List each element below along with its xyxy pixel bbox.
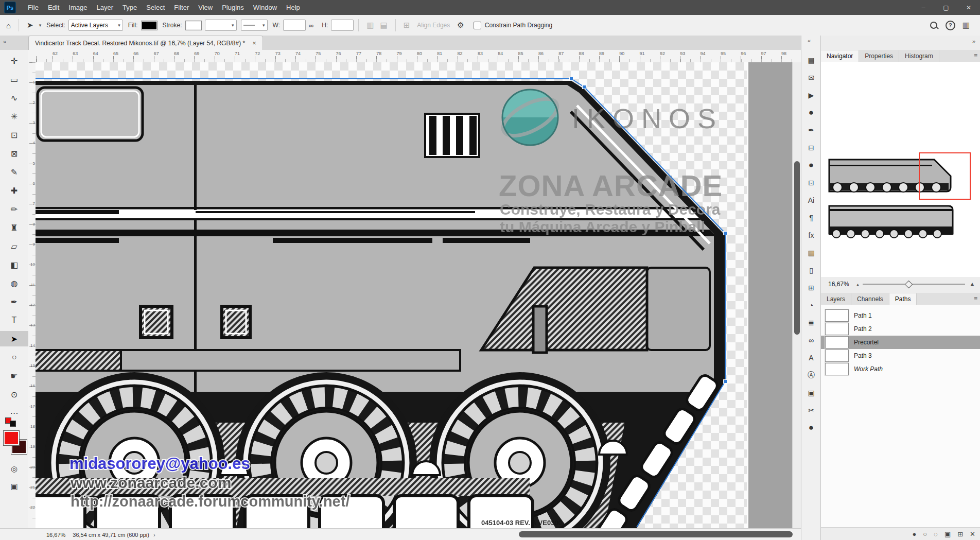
tab-channels[interactable]: Channels xyxy=(851,293,889,305)
path-row[interactable]: Path 1 xyxy=(821,309,980,322)
path-anchor[interactable] xyxy=(724,380,727,384)
collapse-panels-icon[interactable]: » xyxy=(972,38,975,44)
collapsed-paragraph[interactable]: ¶ xyxy=(801,211,821,225)
magic-wand-tool[interactable]: ✳ xyxy=(0,109,28,124)
path-anchor[interactable] xyxy=(583,85,586,89)
zoom-tool[interactable]: ⊙ xyxy=(0,387,28,402)
default-colors-icon[interactable] xyxy=(5,417,18,427)
constrain-path-dragging-checkbox[interactable] xyxy=(474,22,481,29)
clone-stamp-tool[interactable]: ♜ xyxy=(0,220,28,235)
horizontal-scrollbar-thumb[interactable] xyxy=(519,531,793,537)
panel-menu-icon[interactable]: ≡ xyxy=(974,52,977,59)
path-row[interactable]: Precortel xyxy=(821,336,980,349)
collapsed-properties[interactable]: ▣ xyxy=(801,386,821,400)
collapsed-glyphs[interactable]: Ⓐ xyxy=(801,368,821,382)
move-tool[interactable]: ✛ xyxy=(0,53,28,68)
tab-paths[interactable]: Paths xyxy=(889,293,917,305)
menu-edit[interactable]: Edit xyxy=(43,2,64,13)
zoom-in-icon[interactable]: ▲ xyxy=(969,281,975,288)
navigator-preview[interactable] xyxy=(827,152,973,249)
close-button[interactable]: ✕ xyxy=(957,0,980,15)
zoom-value-field[interactable]: 16,67% xyxy=(828,281,855,288)
collapsed-adjustments[interactable]: Ai xyxy=(801,193,821,207)
type-tool[interactable]: T xyxy=(0,312,28,328)
collapsed-patterns[interactable]: ▦ xyxy=(801,246,821,260)
arrange-icon[interactable]: ⊞ xyxy=(404,21,410,30)
collapsed-tool-presets[interactable]: ✒ xyxy=(801,123,821,137)
menu-view[interactable]: View xyxy=(194,2,217,13)
current-tool-icon[interactable]: ➤ xyxy=(27,21,33,30)
help-icon[interactable]: ? xyxy=(946,21,955,30)
brush-tool[interactable]: ✏ xyxy=(0,201,28,217)
collapsed-color[interactable]: ● xyxy=(801,158,821,172)
marquee-tool[interactable]: ▭ xyxy=(0,72,28,87)
document-tab[interactable]: Vindicartor Track Decal. Restored Mikono… xyxy=(28,36,263,50)
lasso-tool[interactable]: ∿ xyxy=(0,90,28,106)
status-chevron-icon[interactable]: › xyxy=(153,532,155,538)
menu-window[interactable]: Window xyxy=(249,2,282,13)
screen-mode-icon[interactable]: ▣ xyxy=(0,479,28,494)
eyedropper-tool[interactable]: ✎ xyxy=(0,164,28,180)
collapsed-styles[interactable]: fx xyxy=(801,228,821,242)
stroke-path-icon[interactable]: ○ xyxy=(923,530,927,538)
vertical-scrollbar-thumb[interactable] xyxy=(794,161,800,335)
tab-properties[interactable]: Properties xyxy=(859,50,899,62)
zoom-slider[interactable] xyxy=(863,281,965,288)
collapsed-brush-settings[interactable]: ▤ xyxy=(801,53,821,67)
collapsed-gradients[interactable]: ▯ xyxy=(801,263,821,277)
collapsed-measurement-log[interactable]: ⊟ xyxy=(801,141,821,155)
path-row[interactable]: Path 2 xyxy=(821,322,980,336)
menu-type[interactable]: Type xyxy=(118,2,142,13)
maximize-button[interactable]: ▢ xyxy=(935,0,957,15)
shape-tool[interactable]: ○ xyxy=(0,350,28,365)
tab-layers[interactable]: Layers xyxy=(821,293,851,305)
crop-tool[interactable]: ⊡ xyxy=(0,127,28,143)
collapsed-layer-comps[interactable]: ≣ xyxy=(801,316,821,330)
menu-plugins[interactable]: Plugins xyxy=(217,2,249,13)
blur-tool[interactable]: ◍ xyxy=(0,275,28,291)
collapsed-swatches[interactable]: ⊞ xyxy=(801,281,821,295)
home-icon[interactable]: ⌂ xyxy=(6,21,11,30)
status-zoom-field[interactable]: 16,67% xyxy=(46,532,65,538)
menu-filter[interactable]: Filter xyxy=(169,2,194,13)
collapsed-history[interactable]: ◔ xyxy=(801,298,821,312)
collapsed-info[interactable]: ● xyxy=(801,421,821,435)
fill-swatch[interactable] xyxy=(141,21,157,30)
collapsed-linked-assets[interactable]: ∞ xyxy=(801,333,821,347)
menu-select[interactable]: Select xyxy=(142,2,169,13)
collapsed-character[interactable]: A xyxy=(801,351,821,365)
zoom-out-icon[interactable]: ▲ xyxy=(856,283,860,286)
load-selection-icon[interactable]: ◌ xyxy=(934,530,938,538)
tab-navigator[interactable]: Navigator xyxy=(821,50,859,62)
chevron-down-icon[interactable]: ▾ xyxy=(39,23,42,28)
hand-tool[interactable]: ☛ xyxy=(0,368,28,384)
menu-image[interactable]: Image xyxy=(64,2,92,13)
add-mask-icon[interactable]: ▣ xyxy=(944,530,951,538)
collapsed-actions[interactable]: ▶ xyxy=(801,88,821,102)
delete-path-icon[interactable]: ✕ xyxy=(970,530,975,538)
path-anchor[interactable] xyxy=(570,77,573,81)
vertical-ruler[interactable]: 12345678910111213141516171819202122 xyxy=(28,62,36,528)
navigator-view-box[interactable] xyxy=(919,152,971,200)
healing-brush-tool[interactable]: ✚ xyxy=(0,183,28,198)
distribute-icon[interactable]: ▤ xyxy=(380,21,387,30)
stroke-width-field[interactable]: ▾ xyxy=(205,20,237,31)
path-row[interactable]: Work Path xyxy=(821,362,980,376)
zoom-slider-thumb[interactable] xyxy=(904,281,913,289)
width-field[interactable] xyxy=(283,20,306,31)
vertical-scrollbar[interactable] xyxy=(792,62,801,528)
fill-path-icon[interactable]: ● xyxy=(912,530,916,538)
search-icon[interactable] xyxy=(930,22,937,29)
link-dimensions-icon[interactable]: ∞ xyxy=(309,22,313,29)
panel-menu-icon[interactable]: ≡ xyxy=(974,295,977,302)
stroke-type-dropdown[interactable]: ▾ xyxy=(241,20,268,31)
quick-mask-icon[interactable]: ◎ xyxy=(0,462,28,476)
menu-layer[interactable]: Layer xyxy=(92,2,118,13)
collapsed-comments[interactable]: ✉ xyxy=(801,71,821,85)
canvas[interactable]: IKONOS ZONA ARCADE Construye, Restaura y… xyxy=(36,62,792,528)
pen-tool[interactable]: ✒ xyxy=(0,294,28,309)
align-icon[interactable]: ▥ xyxy=(366,21,374,30)
foreground-color-swatch[interactable] xyxy=(4,431,19,445)
horizontal-ruler[interactable]: 6263646566676869707172737475767778798081… xyxy=(36,50,801,63)
workspace-icon[interactable]: ▥ xyxy=(962,21,970,30)
